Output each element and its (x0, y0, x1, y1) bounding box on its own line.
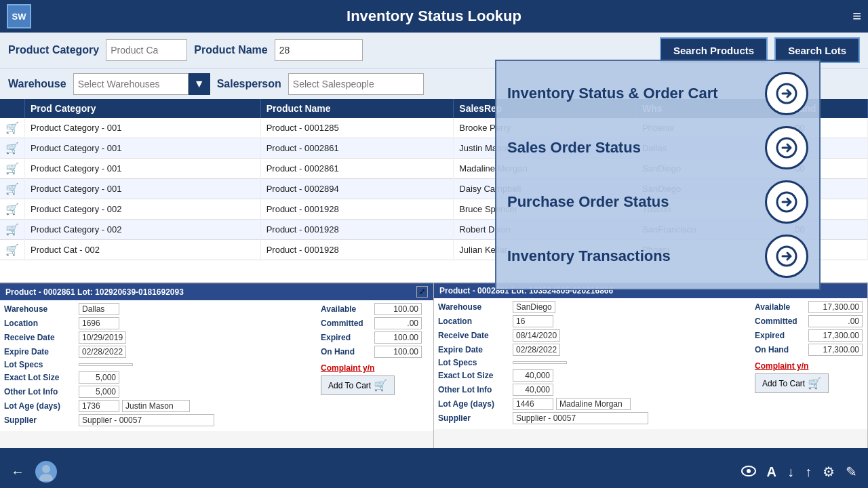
arrow-down-icon[interactable]: ↓ (787, 464, 794, 480)
person-name-l: Justin Mason (122, 400, 190, 412)
lot-panel-left-header: Product - 0002861 Lot: 102920639-0181692… (0, 283, 433, 300)
complaint-link-r[interactable]: Complaint y/n (755, 361, 808, 371)
add-to-cart-button-l[interactable]: Add To Cart 🛒 (321, 375, 395, 395)
lotage-label-r: Lot Age (days) (438, 399, 513, 409)
row-category: Product Category - 001 (25, 159, 261, 179)
supplier-value-l: Supplier - 00057 (79, 414, 214, 426)
product-category-label: Product Category (8, 44, 99, 56)
loc-label-l: Location (4, 319, 79, 328)
recv-label-r: Receive Date (438, 331, 513, 340)
salesperson-dropdown-wrapper (288, 73, 424, 95)
row-product: Product - 0001928 (260, 199, 454, 220)
row-category: Product Category - 002 (25, 220, 261, 240)
recv-value-l: 10/29/2019 (79, 331, 126, 344)
supplier-label-l: Supplier (4, 415, 79, 425)
product-category-input[interactable] (106, 39, 187, 61)
otherlot-value-r: 40,000 (513, 384, 553, 396)
loc-value-r: 16 (513, 315, 553, 327)
nav-item-label-2: Purchase Order Status (507, 193, 669, 211)
nav-item-label-0: Inventory Status & Order Cart (507, 85, 718, 102)
onhand-label-r: On Hand (755, 345, 806, 354)
nav-item-2[interactable]: Purchase Order Status (507, 180, 808, 224)
expired-value-l: 100.00 (374, 331, 422, 344)
add-to-cart-button-r[interactable]: Add To Cart 🛒 (755, 373, 829, 393)
lot-panel-right: Product - 0002861 Lot: 103524805-0202168… (434, 283, 868, 448)
onhand-label-l: On Hand (321, 347, 372, 357)
row-product: Product - 0002894 (260, 179, 454, 199)
warehouse-label: Warehouse (8, 78, 66, 90)
row-cart[interactable]: 🛒 (0, 138, 25, 159)
svg-point-4 (42, 465, 50, 473)
lotage-label-l: Lot Age (days) (4, 401, 79, 411)
row-category: Product Category - 001 (25, 179, 261, 199)
col-cart (0, 99, 25, 118)
exp-label-l: Expire Date (4, 347, 79, 357)
arrow-up-icon[interactable]: ↑ (805, 464, 812, 480)
col-product-name: Product Name (260, 99, 454, 118)
commit-value-r: .00 (808, 315, 863, 327)
nav-item-0[interactable]: Inventory Status & Order Cart (507, 72, 808, 115)
font-icon[interactable]: A (767, 464, 776, 480)
nav-arrow-btn-0[interactable] (765, 72, 808, 115)
exp-value-r: 02/28/2022 (513, 344, 560, 356)
gear-icon[interactable]: ⚙ (823, 464, 835, 480)
lot-panel-right-body: Warehouse SanDiego Location 16 Receive D… (434, 298, 867, 429)
lot-panel-left-title: Product - 0002861 Lot: 102920639-0181692… (5, 287, 184, 297)
avail-label-l: Available (321, 304, 372, 314)
nav-item-1[interactable]: Sales Order Status (507, 126, 808, 169)
avail-value-r: 17,300.00 (808, 301, 863, 313)
warehouse-dropdown-wrapper: ▼ (73, 73, 210, 95)
supplier-value-r: Supplier - 00057 (513, 412, 648, 424)
edit-icon[interactable]: ✎ (846, 464, 857, 480)
nav-arrow-btn-2[interactable] (765, 180, 808, 224)
recv-label-l: Receive Date (4, 333, 79, 342)
nav-arrow-btn-1[interactable] (765, 126, 808, 169)
row-product: Product - 0002861 (260, 138, 454, 159)
bottom-bar: ← A ↓ ↑ ⚙ ✎ (0, 455, 868, 488)
row-cart[interactable]: 🛒 (0, 118, 25, 138)
lotage-value-r: 1446 (513, 398, 553, 410)
row-product: Product - 0002861 (260, 159, 454, 179)
row-cart[interactable]: 🛒 (0, 199, 25, 220)
menu-icon[interactable]: ≡ (852, 7, 861, 25)
loc-label-r: Location (438, 317, 513, 326)
commit-value-l: .00 (374, 317, 422, 329)
wh-label-l: Warehouse (4, 304, 79, 314)
lot-panel-left-body: Warehouse Dallas Location 1696 Receive D… (0, 300, 433, 431)
commit-label-r: Committed (755, 317, 806, 326)
complaint-link-l[interactable]: Complaint y/n (321, 363, 374, 373)
exactlot-label-l: Exact Lot Size (4, 373, 79, 382)
wh-value-l: Dallas (79, 303, 119, 315)
onhand-value-l: 100.00 (374, 346, 422, 358)
warehouse-input[interactable] (73, 73, 189, 95)
loc-value-l: 1696 (79, 317, 119, 329)
warehouse-dropdown-button[interactable]: ▼ (189, 73, 210, 95)
row-cart[interactable]: 🛒 (0, 240, 25, 260)
supplier-label-r: Supplier (438, 413, 513, 423)
row-product: Product - 0001928 (260, 240, 454, 260)
exactlot-label-r: Exact Lot Size (438, 371, 513, 380)
row-cart[interactable]: 🛒 (0, 220, 25, 240)
nav-item-3[interactable]: Inventory Transactions (507, 235, 808, 278)
app-logo: SW (7, 4, 31, 28)
lot-panel-left-expand[interactable]: ⤢ (416, 286, 428, 298)
lotspec-label-l: Lot Specs (4, 360, 79, 369)
wh-label-r: Warehouse (438, 302, 513, 312)
salesperson-input[interactable] (288, 73, 424, 95)
svg-point-5 (39, 474, 53, 481)
salesperson-label: Salesperson (217, 78, 281, 90)
recv-value-r: 08/14/2020 (513, 329, 560, 342)
eye-icon[interactable] (741, 464, 756, 480)
nav-arrow-btn-3[interactable] (765, 235, 808, 278)
product-name-input[interactable] (275, 39, 363, 61)
row-category: Product Category - 002 (25, 199, 261, 220)
back-button[interactable]: ← (11, 464, 24, 480)
row-cart[interactable]: 🛒 (0, 179, 25, 199)
user-avatar (35, 461, 57, 483)
expired-label-l: Expired (321, 333, 372, 342)
lot-panels: Product - 0002861 Lot: 102920639-0181692… (0, 282, 868, 448)
row-cart[interactable]: 🛒 (0, 159, 25, 179)
row-category: Product Cat - 002 (25, 240, 261, 260)
exactlot-value-l: 5,000 (79, 371, 119, 384)
lotspec-label-r: Lot Specs (438, 358, 513, 367)
